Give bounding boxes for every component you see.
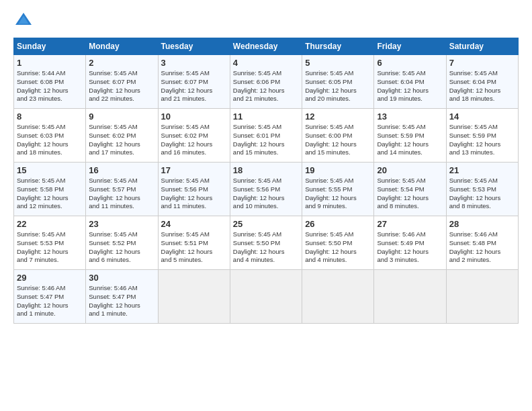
- table-row: [230, 270, 302, 324]
- col-monday: Monday: [86, 38, 158, 55]
- day-number: 11: [233, 111, 299, 122]
- day-number: 27: [377, 219, 443, 229]
- table-row: 9Sunrise: 5:45 AM Sunset: 6:02 PM Daylig…: [86, 109, 158, 163]
- table-row: 15Sunrise: 5:45 AM Sunset: 5:58 PM Dayli…: [14, 163, 86, 216]
- cell-content: Sunrise: 5:45 AM Sunset: 6:03 PM Dayligh…: [17, 123, 83, 157]
- cell-content: Sunrise: 5:45 AM Sunset: 5:59 PM Dayligh…: [377, 123, 443, 157]
- day-number: 4: [233, 58, 299, 68]
- table-row: 1Sunrise: 5:44 AM Sunset: 6:08 PM Daylig…: [14, 55, 86, 109]
- calendar-week-row: 8Sunrise: 5:45 AM Sunset: 6:03 PM Daylig…: [14, 109, 519, 163]
- cell-content: Sunrise: 5:46 AM Sunset: 5:47 PM Dayligh…: [89, 284, 154, 318]
- calendar-week-row: 1Sunrise: 5:44 AM Sunset: 6:08 PM Daylig…: [14, 55, 519, 109]
- day-number: 16: [89, 165, 154, 175]
- cell-content: Sunrise: 5:45 AM Sunset: 5:56 PM Dayligh…: [233, 177, 299, 211]
- table-row: 22Sunrise: 5:45 AM Sunset: 5:53 PM Dayli…: [14, 216, 86, 270]
- table-row: 2Sunrise: 5:45 AM Sunset: 6:07 PM Daylig…: [86, 55, 158, 109]
- cell-content: Sunrise: 5:45 AM Sunset: 5:56 PM Dayligh…: [161, 177, 227, 211]
- table-row: 20Sunrise: 5:45 AM Sunset: 5:54 PM Dayli…: [374, 163, 446, 216]
- calendar-week-row: 22Sunrise: 5:45 AM Sunset: 5:53 PM Dayli…: [14, 216, 519, 270]
- table-row: 11Sunrise: 5:45 AM Sunset: 6:01 PM Dayli…: [230, 109, 302, 163]
- cell-content: Sunrise: 5:46 AM Sunset: 5:48 PM Dayligh…: [449, 230, 515, 265]
- table-row: 19Sunrise: 5:45 AM Sunset: 5:55 PM Dayli…: [302, 163, 374, 216]
- table-row: 12Sunrise: 5:45 AM Sunset: 6:00 PM Dayli…: [302, 109, 374, 163]
- day-number: 25: [233, 219, 299, 229]
- day-number: 2: [89, 58, 154, 68]
- cell-content: Sunrise: 5:45 AM Sunset: 6:07 PM Dayligh…: [161, 69, 227, 103]
- col-friday: Friday: [374, 38, 446, 55]
- calendar-week-row: 15Sunrise: 5:45 AM Sunset: 5:58 PM Dayli…: [14, 163, 519, 216]
- calendar-page: Sunday Monday Tuesday Wednesday Thursday…: [0, 0, 532, 411]
- day-number: 3: [161, 58, 227, 68]
- table-row: 6Sunrise: 5:45 AM Sunset: 6:04 PM Daylig…: [374, 55, 446, 109]
- cell-content: Sunrise: 5:45 AM Sunset: 5:51 PM Dayligh…: [161, 230, 227, 265]
- cell-content: Sunrise: 5:45 AM Sunset: 6:04 PM Dayligh…: [377, 69, 443, 103]
- day-number: 5: [305, 58, 371, 68]
- col-thursday: Thursday: [302, 38, 374, 55]
- day-number: 9: [89, 111, 154, 122]
- table-row: 21Sunrise: 5:45 AM Sunset: 5:53 PM Dayli…: [446, 163, 518, 216]
- cell-content: Sunrise: 5:45 AM Sunset: 5:50 PM Dayligh…: [305, 230, 371, 265]
- table-row: 3Sunrise: 5:45 AM Sunset: 6:07 PM Daylig…: [158, 55, 230, 109]
- day-number: 14: [449, 111, 515, 122]
- day-number: 8: [17, 111, 83, 122]
- table-row: [374, 270, 446, 324]
- cell-content: Sunrise: 5:46 AM Sunset: 5:49 PM Dayligh…: [377, 230, 443, 265]
- day-number: 24: [161, 219, 227, 229]
- table-row: 8Sunrise: 5:45 AM Sunset: 6:03 PM Daylig…: [14, 109, 86, 163]
- cell-content: Sunrise: 5:46 AM Sunset: 5:47 PM Dayligh…: [17, 284, 83, 318]
- cell-content: Sunrise: 5:45 AM Sunset: 5:53 PM Dayligh…: [449, 177, 515, 211]
- table-row: 7Sunrise: 5:45 AM Sunset: 6:04 PM Daylig…: [446, 55, 518, 109]
- table-row: [446, 270, 518, 324]
- table-row: 16Sunrise: 5:45 AM Sunset: 5:57 PM Dayli…: [86, 163, 158, 216]
- day-number: 28: [449, 219, 515, 229]
- cell-content: Sunrise: 5:45 AM Sunset: 5:59 PM Dayligh…: [449, 123, 515, 157]
- table-row: 28Sunrise: 5:46 AM Sunset: 5:48 PM Dayli…: [446, 216, 518, 270]
- col-sunday: Sunday: [14, 38, 86, 55]
- table-row: 25Sunrise: 5:45 AM Sunset: 5:50 PM Dayli…: [230, 216, 302, 270]
- cell-content: Sunrise: 5:45 AM Sunset: 6:05 PM Dayligh…: [305, 69, 371, 103]
- table-row: 26Sunrise: 5:45 AM Sunset: 5:50 PM Dayli…: [302, 216, 374, 270]
- col-tuesday: Tuesday: [158, 38, 230, 55]
- table-row: 13Sunrise: 5:45 AM Sunset: 5:59 PM Dayli…: [374, 109, 446, 163]
- cell-content: Sunrise: 5:45 AM Sunset: 6:07 PM Dayligh…: [89, 69, 154, 103]
- cell-content: Sunrise: 5:45 AM Sunset: 5:55 PM Dayligh…: [305, 177, 371, 211]
- day-number: 18: [233, 165, 299, 175]
- calendar-table: Sunday Monday Tuesday Wednesday Thursday…: [13, 38, 519, 324]
- table-row: 27Sunrise: 5:46 AM Sunset: 5:49 PM Dayli…: [374, 216, 446, 270]
- calendar-week-row: 29Sunrise: 5:46 AM Sunset: 5:47 PM Dayli…: [14, 270, 519, 324]
- table-row: 5Sunrise: 5:45 AM Sunset: 6:05 PM Daylig…: [302, 55, 374, 109]
- day-number: 29: [17, 273, 83, 283]
- header: [13, 11, 519, 31]
- day-number: 22: [17, 219, 83, 229]
- table-row: 23Sunrise: 5:45 AM Sunset: 5:52 PM Dayli…: [86, 216, 158, 270]
- day-number: 12: [305, 111, 371, 122]
- day-number: 19: [305, 165, 371, 175]
- cell-content: Sunrise: 5:45 AM Sunset: 5:54 PM Dayligh…: [377, 177, 443, 211]
- table-row: 18Sunrise: 5:45 AM Sunset: 5:56 PM Dayli…: [230, 163, 302, 216]
- table-row: [158, 270, 230, 324]
- logo: [13, 11, 36, 31]
- cell-content: Sunrise: 5:45 AM Sunset: 6:02 PM Dayligh…: [161, 123, 227, 157]
- cell-content: Sunrise: 5:45 AM Sunset: 5:53 PM Dayligh…: [17, 230, 83, 265]
- cell-content: Sunrise: 5:45 AM Sunset: 6:01 PM Dayligh…: [233, 123, 299, 157]
- cell-content: Sunrise: 5:45 AM Sunset: 6:06 PM Dayligh…: [233, 69, 299, 103]
- day-number: 23: [89, 219, 154, 229]
- cell-content: Sunrise: 5:45 AM Sunset: 5:50 PM Dayligh…: [233, 230, 299, 265]
- table-row: 4Sunrise: 5:45 AM Sunset: 6:06 PM Daylig…: [230, 55, 302, 109]
- day-number: 6: [377, 58, 443, 68]
- day-number: 13: [377, 111, 443, 122]
- table-row: 10Sunrise: 5:45 AM Sunset: 6:02 PM Dayli…: [158, 109, 230, 163]
- col-saturday: Saturday: [446, 38, 518, 55]
- col-wednesday: Wednesday: [230, 38, 302, 55]
- table-row: 17Sunrise: 5:45 AM Sunset: 5:56 PM Dayli…: [158, 163, 230, 216]
- day-number: 17: [161, 165, 227, 175]
- table-row: 29Sunrise: 5:46 AM Sunset: 5:47 PM Dayli…: [14, 270, 86, 324]
- day-number: 1: [17, 58, 83, 68]
- cell-content: Sunrise: 5:45 AM Sunset: 5:52 PM Dayligh…: [89, 230, 154, 265]
- day-number: 10: [161, 111, 227, 122]
- day-number: 26: [305, 219, 371, 229]
- cell-content: Sunrise: 5:44 AM Sunset: 6:08 PM Dayligh…: [17, 69, 83, 103]
- table-row: 30Sunrise: 5:46 AM Sunset: 5:47 PM Dayli…: [86, 270, 158, 324]
- table-row: 14Sunrise: 5:45 AM Sunset: 5:59 PM Dayli…: [446, 109, 518, 163]
- table-row: [302, 270, 374, 324]
